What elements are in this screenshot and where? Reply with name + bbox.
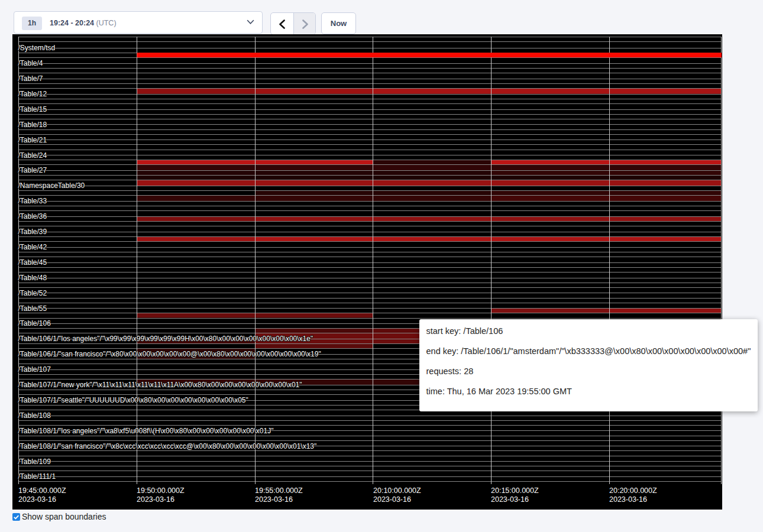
svg-text:/Table/111/1: /Table/111/1 [18, 472, 56, 481]
svg-text:/Table/106: /Table/106 [18, 319, 51, 327]
svg-text:/Table/108/1/"san francisco"/": /Table/108/1/"san francisco"/"\x8c\xcc\x… [18, 442, 317, 450]
svg-text:2023-03-16: 2023-03-16 [373, 495, 411, 504]
svg-text:/Table/107: /Table/107 [18, 365, 51, 374]
svg-text:/Table/39: /Table/39 [18, 228, 47, 236]
svg-text:/Table/106/1/"los angeles"/"\x: /Table/106/1/"los angeles"/"\x99\x99\x99… [18, 335, 313, 343]
svg-text:/Table/36: /Table/36 [18, 212, 47, 220]
svg-text:/Table/48: /Table/48 [18, 274, 47, 282]
svg-text:19:45:00.000Z: 19:45:00.000Z [18, 486, 66, 495]
svg-text:/Table/109: /Table/109 [18, 458, 51, 466]
svg-text:/Table/42: /Table/42 [18, 243, 47, 251]
svg-text:2023-03-16: 2023-03-16 [137, 495, 174, 504]
svg-text:/Table/45: /Table/45 [18, 258, 47, 267]
svg-text:20:10:00.000Z: 20:10:00.000Z [373, 486, 421, 495]
svg-text:/Table/52: /Table/52 [18, 289, 47, 297]
svg-text:/Table/18: /Table/18 [18, 121, 47, 129]
svg-text:/NamespaceTable/30: /NamespaceTable/30 [18, 181, 85, 190]
svg-text:/Table/106/1/"san francisco"/": /Table/106/1/"san francisco"/"\x80\x00\x… [18, 350, 321, 358]
svg-text:/Table/4: /Table/4 [18, 59, 43, 67]
svg-text:/Table/55: /Table/55 [18, 304, 47, 313]
svg-text:2023-03-16: 2023-03-16 [609, 495, 647, 504]
svg-text:20:15:00.000Z: 20:15:00.000Z [491, 486, 539, 495]
svg-text:2023-03-16: 2023-03-16 [255, 495, 293, 504]
svg-text:19:55:00.000Z: 19:55:00.000Z [255, 486, 303, 495]
svg-text:2023-03-16: 2023-03-16 [491, 495, 529, 504]
svg-text:/Table/108: /Table/108 [18, 411, 51, 420]
svg-text:19:50:00.000Z: 19:50:00.000Z [137, 486, 185, 495]
svg-text:/Table/33: /Table/33 [18, 197, 47, 205]
svg-text:/Table/27: /Table/27 [18, 166, 47, 174]
svg-text:/Table/21: /Table/21 [18, 136, 47, 144]
svg-text:/Table/7: /Table/7 [18, 74, 43, 83]
svg-text:/Table/107/1/"new york"/"\x11\: /Table/107/1/"new york"/"\x11\x11\x11\x1… [18, 381, 302, 389]
svg-text:/Table/15: /Table/15 [18, 105, 47, 113]
svg-text:20:20:00.000Z: 20:20:00.000Z [609, 486, 657, 495]
svg-text:/System/tsd: /System/tsd [18, 44, 56, 52]
svg-text:/Table/24: /Table/24 [18, 151, 47, 160]
svg-text:2023-03-16: 2023-03-16 [18, 495, 56, 504]
svg-text:/Table/107/1/"seattle"/"UUUUUU: /Table/107/1/"seattle"/"UUUUUUD\x00\x80\… [18, 396, 248, 404]
svg-text:/Table/12: /Table/12 [18, 90, 47, 98]
svg-text:/Table/108/1/"los angeles"/"\x: /Table/108/1/"los angeles"/"\xa8\xf5\u00… [18, 427, 274, 435]
